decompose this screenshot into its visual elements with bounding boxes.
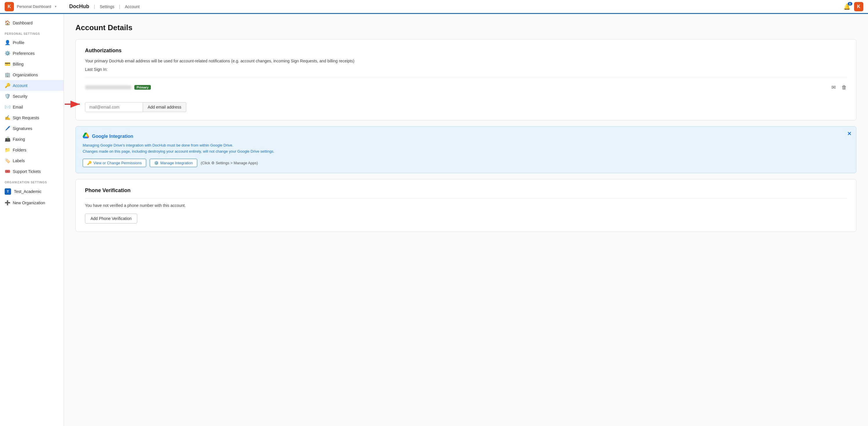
google-banner-actions: 🔑 View or Change Permissions ⚙️ Manage I… [83, 159, 849, 167]
sep1: | [94, 4, 95, 9]
manage-icon: ⚙️ [154, 161, 159, 165]
sidebar-organizations-label: Organizations [13, 72, 38, 77]
org-avatar: T [5, 188, 11, 195]
layout: 🏠 Dashboard PERSONAL SETTINGS 👤 Profile … [0, 14, 868, 426]
topnav: K Personal Dashboard ▾ DocHub | Settings… [0, 0, 868, 14]
google-integration-title: Google Integration [92, 134, 133, 139]
sidebar-item-preferences[interactable]: ⚙️ Preferences [0, 48, 64, 59]
google-drive-icon [83, 132, 89, 140]
breadcrumb-settings: Settings [100, 4, 115, 9]
sidebar-item-labels[interactable]: 🏷️ Labels [0, 155, 64, 166]
brand-logo: DocHub [69, 3, 89, 9]
sidebar-billing-label: Billing [13, 62, 24, 66]
new-org-icon: ➕ [5, 200, 10, 206]
support-icon: 🎟️ [5, 169, 10, 174]
add-email-button[interactable]: Add email address [143, 102, 186, 112]
email-delete-button[interactable]: 🗑 [842, 85, 847, 91]
sidebar-preferences-label: Preferences [13, 51, 34, 56]
user-menu-avatar[interactable]: K [854, 2, 863, 11]
google-banner-close-button[interactable]: ✕ [847, 130, 851, 137]
personal-settings-label: PERSONAL SETTINGS [0, 28, 64, 37]
sidebar-item-organizations[interactable]: 🏢 Organizations [0, 69, 64, 80]
google-banner-text: Managing Google Drive's integration with… [83, 143, 849, 155]
email-row: Primary ✉ 🗑 [85, 82, 847, 93]
red-arrow-indicator [65, 100, 82, 110]
sidebar-signatures-label: Signatures [13, 126, 32, 131]
email-envelope-button[interactable]: ✉ [832, 84, 836, 91]
view-permissions-button[interactable]: 🔑 View or Change Permissions [83, 159, 146, 167]
sidebar-folders-label: Folders [13, 148, 26, 152]
manage-integration-button[interactable]: ⚙️ Manage Integration [150, 159, 197, 167]
google-integration-banner: Google Integration ✕ Managing Google Dri… [75, 126, 857, 173]
permissions-icon: 🔑 [87, 161, 92, 165]
notification-button[interactable]: 🔔 6 [843, 3, 850, 10]
sidebar-item-support-tickets[interactable]: 🎟️ Support Tickets [0, 166, 64, 177]
last-signin-label: Last Sign In: [85, 67, 847, 72]
sidebar-org-name: Test_Academic [14, 189, 41, 194]
sidebar-dashboard-label: Dashboard [13, 21, 33, 25]
org-settings-label: ORGANIZATION SETTINGS [0, 177, 64, 186]
phone-verification-card: Phone Verification You have not verified… [75, 179, 857, 232]
sidebar-item-faxing[interactable]: 📠 Faxing [0, 134, 64, 145]
sidebar-support-label: Support Tickets [13, 169, 41, 174]
email-left: Primary [85, 85, 151, 90]
security-icon: 🛡️ [5, 93, 10, 99]
sidebar-item-profile[interactable]: 👤 Profile [0, 37, 64, 48]
main-content: Account Details Authorizations Your prim… [64, 14, 868, 426]
authorizations-card: Authorizations Your primary DocHub email… [75, 39, 857, 120]
google-banner-header: Google Integration [83, 132, 849, 140]
folders-icon: 📁 [5, 147, 10, 153]
sidebar-item-security[interactable]: 🛡️ Security [0, 91, 64, 101]
chevron-down-icon: ▾ [55, 5, 57, 8]
labels-icon: 🏷️ [5, 158, 10, 163]
sidebar-item-new-org[interactable]: ➕ New Organization [0, 197, 64, 208]
email-icon: ✉️ [5, 104, 10, 110]
organizations-icon: 🏢 [5, 72, 10, 78]
sidebar-item-org[interactable]: T Test_Academic [0, 186, 64, 197]
divider [85, 77, 847, 77]
email-input[interactable] [85, 102, 143, 112]
sign-requests-icon: ✍️ [5, 115, 10, 120]
sidebar-security-label: Security [13, 94, 28, 99]
email-blur [85, 85, 131, 89]
sidebar-profile-label: Profile [13, 40, 24, 45]
dashboard-icon: 🏠 [5, 20, 10, 26]
notification-badge: 6 [848, 2, 852, 5]
sidebar-item-billing[interactable]: 💳 Billing [0, 59, 64, 69]
sidebar-faxing-label: Faxing [13, 137, 25, 142]
preferences-icon: ⚙️ [5, 51, 10, 56]
phone-divider [85, 198, 847, 199]
authorizations-description: Your primary DocHub email address will b… [85, 58, 847, 64]
personal-dashboard-label: Personal Dashboard [17, 4, 51, 9]
sidebar: 🏠 Dashboard PERSONAL SETTINGS 👤 Profile … [0, 14, 64, 426]
add-email-row: Add email address [85, 102, 186, 112]
account-icon: 🔑 [5, 83, 10, 88]
sidebar-email-label: Email [13, 105, 23, 110]
signatures-icon: 🖊️ [5, 126, 10, 131]
add-phone-verification-button[interactable]: Add Phone Verification [85, 214, 137, 223]
topnav-left: K Personal Dashboard ▾ DocHub | Settings… [5, 2, 140, 11]
sidebar-item-folders[interactable]: 📁 Folders [0, 145, 64, 155]
primary-badge: Primary [134, 85, 151, 90]
sidebar-account-label: Account [13, 83, 28, 88]
sidebar-new-org-label: New Organization [13, 201, 45, 205]
sidebar-item-signatures[interactable]: 🖊️ Signatures [0, 123, 64, 134]
sep2: | [119, 4, 120, 9]
sidebar-sign-requests-label: Sign Requests [13, 116, 39, 120]
authorizations-title: Authorizations [85, 48, 847, 54]
topnav-right: 🔔 6 K [843, 2, 863, 11]
sidebar-item-dashboard[interactable]: 🏠 Dashboard [0, 18, 64, 28]
phone-verification-title: Phone Verification [85, 187, 847, 193]
breadcrumb-account: Account [125, 4, 140, 9]
phone-verification-description: You have not verified a phone number wit… [85, 203, 847, 208]
sidebar-item-email[interactable]: ✉️ Email [0, 101, 64, 112]
user-avatar[interactable]: K [5, 2, 14, 11]
profile-icon: 👤 [5, 40, 10, 45]
page-title: Account Details [75, 23, 857, 32]
sidebar-item-sign-requests[interactable]: ✍️ Sign Requests [0, 112, 64, 123]
sidebar-labels-label: Labels [13, 158, 25, 163]
faxing-icon: 📠 [5, 136, 10, 142]
google-hint: (Click ⚙ Settings > Manage Apps) [201, 161, 258, 165]
sidebar-item-account[interactable]: 🔑 Account [0, 80, 64, 91]
email-actions: ✉ 🗑 [832, 84, 847, 91]
